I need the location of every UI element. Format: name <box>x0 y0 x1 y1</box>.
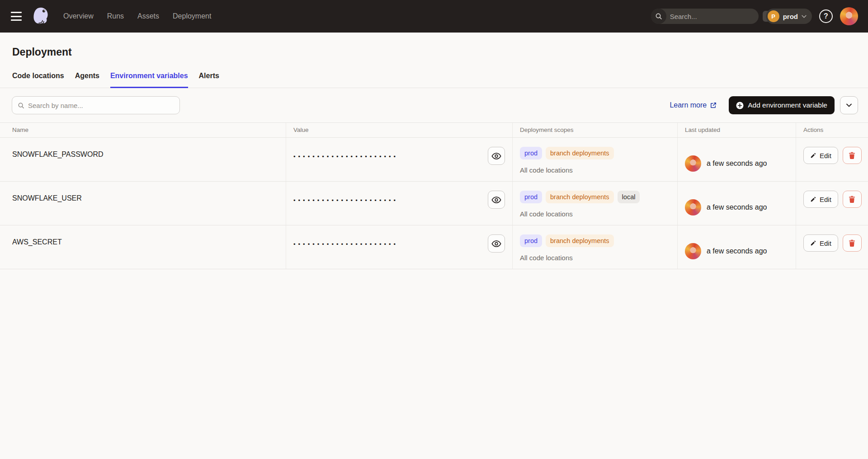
column-header-actions: Actions <box>796 123 868 137</box>
external-link-icon <box>710 102 717 109</box>
plus-circle-icon <box>736 102 744 109</box>
global-search[interactable]: / <box>651 9 759 24</box>
pencil-icon <box>810 240 816 246</box>
updater-avatar <box>685 155 701 172</box>
eye-icon <box>491 240 501 247</box>
nav-item-assets[interactable]: Assets <box>137 12 159 20</box>
last-updated-text: a few seconds ago <box>707 159 767 168</box>
table-row: SNOWFLAKE_USER •••••••••••••••••••••• pr… <box>0 182 868 225</box>
hidden-value: •••••••••••••••••••••• <box>293 241 398 248</box>
primary-nav: Overview Runs Assets Deployment <box>63 12 211 20</box>
tab-environment-variables[interactable]: Environment variables <box>110 72 188 88</box>
tab-agents[interactable]: Agents <box>75 72 99 88</box>
last-updated-text: a few seconds ago <box>707 247 767 255</box>
column-header-deployment-scopes: Deployment scopes <box>513 123 678 137</box>
search-icon <box>18 102 24 109</box>
column-header-value: Value <box>286 123 513 137</box>
trash-icon <box>849 239 855 247</box>
dagster-logo-icon[interactable] <box>31 6 51 26</box>
table-row: AWS_SECRET •••••••••••••••••••••• prod b… <box>0 225 868 269</box>
nav-item-overview[interactable]: Overview <box>63 12 94 20</box>
scope-badge: branch deployments <box>546 147 614 159</box>
help-icon[interactable]: ? <box>819 9 833 23</box>
edit-button-label: Edit <box>820 239 831 247</box>
delete-button[interactable] <box>843 234 862 252</box>
env-var-name: SNOWFLAKE_PASSWORD <box>0 138 286 181</box>
deployment-avatar: P <box>768 10 779 22</box>
env-var-toolbar: Learn more Add environment variable <box>0 96 868 114</box>
edit-button[interactable]: Edit <box>803 234 838 252</box>
chevron-down-icon <box>846 103 852 107</box>
pencil-icon <box>810 152 816 159</box>
reveal-value-button[interactable] <box>488 234 505 253</box>
learn-more-link[interactable]: Learn more <box>670 101 717 109</box>
add-button-label: Add environment variable <box>748 101 827 109</box>
column-header-last-updated: Last updated <box>678 123 796 137</box>
env-var-name: SNOWFLAKE_USER <box>0 182 286 225</box>
tab-code-locations[interactable]: Code locations <box>12 72 64 88</box>
updater-avatar <box>685 199 701 215</box>
edit-button-label: Edit <box>820 196 831 203</box>
nav-item-runs[interactable]: Runs <box>107 12 124 20</box>
reveal-value-button[interactable] <box>488 147 505 165</box>
scope-badge: branch deployments <box>546 234 614 247</box>
chevron-down-icon <box>802 15 807 18</box>
edit-button-label: Edit <box>820 152 831 159</box>
env-var-name: AWS_SECRET <box>0 225 286 269</box>
scope-badge: prod <box>520 191 542 203</box>
add-options-dropdown-button[interactable] <box>840 96 858 114</box>
deployment-tabs: Code locations Agents Environment variab… <box>0 72 868 88</box>
filter-search-input[interactable] <box>28 102 174 109</box>
nav-item-deployment[interactable]: Deployment <box>173 12 211 20</box>
edit-button[interactable]: Edit <box>803 147 838 164</box>
code-locations-label: All code locations <box>520 166 670 174</box>
hidden-value: •••••••••••••••••••••• <box>293 197 398 204</box>
edit-button[interactable]: Edit <box>803 191 838 208</box>
table-header-row: Name Value Deployment scopes Last update… <box>0 122 868 138</box>
trash-icon <box>849 196 855 203</box>
search-icon <box>651 9 666 24</box>
table-row: SNOWFLAKE_PASSWORD •••••••••••••••••••••… <box>0 138 868 182</box>
pencil-icon <box>810 196 816 202</box>
global-search-input[interactable] <box>666 13 763 20</box>
hidden-value: •••••••••••••••••••••• <box>293 153 398 160</box>
add-environment-variable-button[interactable]: Add environment variable <box>729 96 835 114</box>
page-title: Deployment <box>0 33 868 58</box>
updater-avatar <box>685 243 701 259</box>
learn-more-label: Learn more <box>670 101 707 109</box>
deployment-switcher[interactable]: P prod <box>766 9 812 24</box>
environment-variables-table: Name Value Deployment scopes Last update… <box>0 122 868 269</box>
top-nav: Overview Runs Assets Deployment / P prod… <box>0 0 868 33</box>
deployment-switcher-label: prod <box>783 13 798 20</box>
delete-button[interactable] <box>843 147 862 164</box>
trash-icon <box>849 152 855 159</box>
filter-search[interactable] <box>12 96 180 114</box>
scope-badge: prod <box>520 147 542 159</box>
eye-icon <box>491 153 501 159</box>
scope-badge: local <box>618 191 640 203</box>
hamburger-menu-icon[interactable] <box>11 12 23 21</box>
scope-badge: prod <box>520 234 542 247</box>
reveal-value-button[interactable] <box>488 191 505 209</box>
code-locations-label: All code locations <box>520 254 670 262</box>
user-avatar[interactable] <box>840 7 858 25</box>
code-locations-label: All code locations <box>520 210 670 218</box>
scope-badge: branch deployments <box>546 191 614 203</box>
eye-icon <box>491 197 501 203</box>
delete-button[interactable] <box>843 191 862 208</box>
column-header-name: Name <box>0 123 286 137</box>
tab-alerts[interactable]: Alerts <box>199 72 219 88</box>
last-updated-text: a few seconds ago <box>707 203 767 211</box>
